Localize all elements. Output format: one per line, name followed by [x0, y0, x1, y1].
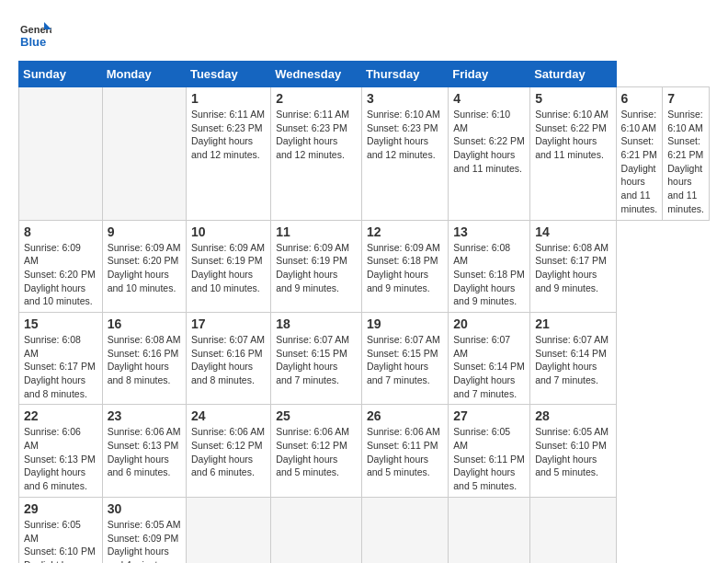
calendar-cell: 26 Sunrise: 6:06 AM Sunset: 6:11 PM Dayl…	[361, 405, 448, 497]
day-number: 27	[453, 408, 525, 423]
day-info: Sunrise: 6:05 AM Sunset: 6:09 PM Dayligh…	[108, 518, 181, 563]
weekday-header-wednesday: Wednesday	[271, 62, 362, 87]
calendar-cell: 1 Sunrise: 6:11 AM Sunset: 6:23 PM Dayli…	[186, 87, 270, 221]
day-info: Sunrise: 6:05 AM Sunset: 6:10 PM Dayligh…	[24, 518, 97, 563]
day-info: Sunrise: 6:08 AM Sunset: 6:18 PM Dayligh…	[453, 241, 525, 308]
weekday-header-sunday: Sunday	[19, 62, 103, 87]
day-number: 21	[535, 316, 610, 331]
day-number: 24	[191, 408, 266, 423]
calendar-cell: 29 Sunrise: 6:05 AM Sunset: 6:10 PM Dayl…	[19, 497, 103, 563]
day-info: Sunrise: 6:11 AM Sunset: 6:23 PM Dayligh…	[276, 108, 357, 162]
calendar-cell: 14 Sunrise: 6:08 AM Sunset: 6:17 PM Dayl…	[530, 220, 616, 312]
calendar-cell: 12 Sunrise: 6:09 AM Sunset: 6:18 PM Dayl…	[361, 220, 448, 312]
weekday-header-saturday: Saturday	[530, 62, 616, 87]
day-number: 13	[453, 224, 525, 239]
calendar-cell: 23 Sunrise: 6:06 AM Sunset: 6:13 PM Dayl…	[102, 405, 186, 497]
day-number: 15	[24, 316, 97, 331]
calendar-cell: 4 Sunrise: 6:10 AM Sunset: 6:22 PM Dayli…	[449, 87, 530, 221]
day-number: 10	[191, 224, 266, 239]
day-info: Sunrise: 6:07 AM Sunset: 6:16 PM Dayligh…	[191, 333, 266, 387]
day-info: Sunrise: 6:09 AM Sunset: 6:19 PM Dayligh…	[276, 241, 357, 295]
day-number: 19	[367, 316, 443, 331]
day-info: Sunrise: 6:06 AM Sunset: 6:11 PM Dayligh…	[367, 425, 443, 479]
day-info: Sunrise: 6:09 AM Sunset: 6:19 PM Dayligh…	[191, 241, 266, 295]
day-info: Sunrise: 6:07 AM Sunset: 6:15 PM Dayligh…	[367, 333, 443, 387]
day-number: 8	[24, 224, 97, 239]
logo: General Blue	[18, 18, 51, 52]
calendar-cell	[271, 497, 362, 563]
weekday-header-monday: Monday	[102, 62, 186, 87]
calendar-cell: 5 Sunrise: 6:10 AM Sunset: 6:22 PM Dayli…	[530, 87, 616, 221]
day-number: 11	[276, 224, 357, 239]
day-info: Sunrise: 6:08 AM Sunset: 6:16 PM Dayligh…	[108, 333, 181, 387]
day-number: 14	[535, 224, 610, 239]
calendar-cell	[530, 497, 616, 563]
day-info: Sunrise: 6:05 AM Sunset: 6:10 PM Dayligh…	[535, 425, 610, 479]
calendar-cell: 16 Sunrise: 6:08 AM Sunset: 6:16 PM Dayl…	[102, 312, 186, 404]
day-info: Sunrise: 6:07 AM Sunset: 6:14 PM Dayligh…	[535, 333, 610, 387]
calendar-cell: 3 Sunrise: 6:10 AM Sunset: 6:23 PM Dayli…	[361, 87, 448, 221]
day-number: 18	[276, 316, 357, 331]
day-info: Sunrise: 6:05 AM Sunset: 6:11 PM Dayligh…	[453, 425, 525, 492]
calendar-cell: 7 Sunrise: 6:10 AM Sunset: 6:21 PM Dayli…	[663, 87, 710, 221]
calendar-cell: 22 Sunrise: 6:06 AM Sunset: 6:13 PM Dayl…	[19, 405, 103, 497]
calendar-cell	[449, 497, 530, 563]
calendar-cell: 17 Sunrise: 6:07 AM Sunset: 6:16 PM Dayl…	[186, 312, 270, 404]
day-number: 3	[367, 91, 443, 106]
day-info: Sunrise: 6:11 AM Sunset: 6:23 PM Dayligh…	[191, 108, 266, 162]
day-number: 7	[667, 91, 704, 106]
day-info: Sunrise: 6:10 AM Sunset: 6:22 PM Dayligh…	[535, 108, 610, 162]
day-number: 16	[108, 316, 181, 331]
day-number: 20	[453, 316, 525, 331]
calendar-cell: 11 Sunrise: 6:09 AM Sunset: 6:19 PM Dayl…	[271, 220, 362, 312]
calendar-cell	[102, 87, 186, 221]
calendar-cell	[19, 87, 103, 221]
day-number: 30	[108, 501, 181, 516]
calendar-cell: 24 Sunrise: 6:06 AM Sunset: 6:12 PM Dayl…	[186, 405, 270, 497]
day-info: Sunrise: 6:06 AM Sunset: 6:12 PM Dayligh…	[276, 425, 357, 479]
calendar-cell: 15 Sunrise: 6:08 AM Sunset: 6:17 PM Dayl…	[19, 312, 103, 404]
day-info: Sunrise: 6:06 AM Sunset: 6:13 PM Dayligh…	[24, 425, 97, 492]
calendar-cell: 6 Sunrise: 6:10 AM Sunset: 6:21 PM Dayli…	[616, 87, 663, 221]
day-number: 2	[276, 91, 357, 106]
day-info: Sunrise: 6:06 AM Sunset: 6:13 PM Dayligh…	[108, 425, 181, 479]
calendar-cell: 2 Sunrise: 6:11 AM Sunset: 6:23 PM Dayli…	[271, 87, 362, 221]
day-info: Sunrise: 6:10 AM Sunset: 6:21 PM Dayligh…	[667, 108, 704, 216]
day-info: Sunrise: 6:07 AM Sunset: 6:14 PM Dayligh…	[453, 333, 525, 400]
day-number: 26	[367, 408, 443, 423]
calendar-cell: 20 Sunrise: 6:07 AM Sunset: 6:14 PM Dayl…	[449, 312, 530, 404]
calendar-cell	[186, 497, 270, 563]
svg-text:Blue: Blue	[20, 35, 46, 49]
day-info: Sunrise: 6:06 AM Sunset: 6:12 PM Dayligh…	[191, 425, 266, 479]
day-number: 1	[191, 91, 266, 106]
day-info: Sunrise: 6:09 AM Sunset: 6:18 PM Dayligh…	[367, 241, 443, 295]
logo-svg: General Blue	[18, 18, 51, 52]
day-info: Sunrise: 6:08 AM Sunset: 6:17 PM Dayligh…	[24, 333, 97, 400]
day-info: Sunrise: 6:10 AM Sunset: 6:21 PM Dayligh…	[621, 108, 658, 216]
calendar-cell: 27 Sunrise: 6:05 AM Sunset: 6:11 PM Dayl…	[449, 405, 530, 497]
day-number: 29	[24, 501, 97, 516]
day-info: Sunrise: 6:09 AM Sunset: 6:20 PM Dayligh…	[24, 241, 97, 308]
calendar-cell: 21 Sunrise: 6:07 AM Sunset: 6:14 PM Dayl…	[530, 312, 616, 404]
calendar-cell: 13 Sunrise: 6:08 AM Sunset: 6:18 PM Dayl…	[449, 220, 530, 312]
calendar-cell	[361, 497, 448, 563]
day-number: 23	[108, 408, 181, 423]
day-number: 22	[24, 408, 97, 423]
calendar-cell: 8 Sunrise: 6:09 AM Sunset: 6:20 PM Dayli…	[19, 220, 103, 312]
calendar-cell: 19 Sunrise: 6:07 AM Sunset: 6:15 PM Dayl…	[361, 312, 448, 404]
calendar-table: SundayMondayTuesdayWednesdayThursdayFrid…	[18, 61, 710, 563]
weekday-header-thursday: Thursday	[361, 62, 448, 87]
calendar-cell: 9 Sunrise: 6:09 AM Sunset: 6:20 PM Dayli…	[102, 220, 186, 312]
day-info: Sunrise: 6:07 AM Sunset: 6:15 PM Dayligh…	[276, 333, 357, 387]
weekday-header-tuesday: Tuesday	[186, 62, 270, 87]
day-number: 12	[367, 224, 443, 239]
day-number: 6	[621, 91, 658, 106]
calendar-cell: 18 Sunrise: 6:07 AM Sunset: 6:15 PM Dayl…	[271, 312, 362, 404]
day-info: Sunrise: 6:08 AM Sunset: 6:17 PM Dayligh…	[535, 241, 610, 295]
day-number: 17	[191, 316, 266, 331]
day-number: 25	[276, 408, 357, 423]
day-number: 28	[535, 408, 610, 423]
calendar-cell: 30 Sunrise: 6:05 AM Sunset: 6:09 PM Dayl…	[102, 497, 186, 563]
day-info: Sunrise: 6:10 AM Sunset: 6:23 PM Dayligh…	[367, 108, 443, 162]
weekday-header-friday: Friday	[449, 62, 530, 87]
